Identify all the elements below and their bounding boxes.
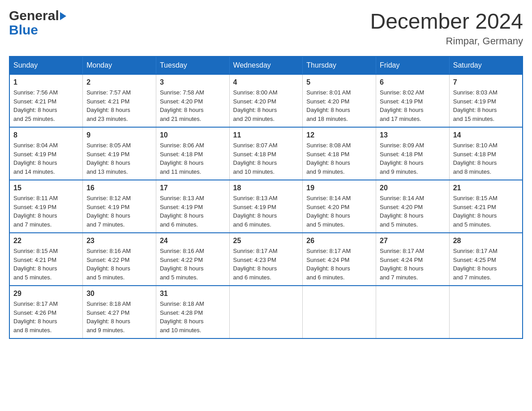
day-info: Sunrise: 8:16 AMSunset: 4:22 PMDaylight:… (160, 247, 226, 282)
day-number: 18 (233, 184, 299, 192)
calendar-cell-w5-d2: 30 Sunrise: 8:18 AMSunset: 4:27 PMDaylig… (83, 286, 156, 338)
calendar-cell-w2-d3: 10 Sunrise: 8:06 AMSunset: 4:18 PMDaylig… (156, 127, 229, 180)
weekday-header-row: Sunday Monday Tuesday Wednesday Thursday… (9, 56, 523, 74)
calendar-week-2: 8 Sunrise: 8:04 AMSunset: 4:19 PMDayligh… (9, 127, 523, 180)
calendar-cell-w3-d3: 17 Sunrise: 8:13 AMSunset: 4:19 PMDaylig… (156, 180, 229, 233)
calendar-cell-w4-d1: 22 Sunrise: 8:15 AMSunset: 4:21 PMDaylig… (9, 233, 83, 286)
day-info: Sunrise: 8:15 AMSunset: 4:21 PMDaylight:… (13, 247, 79, 282)
header-friday: Friday (376, 56, 450, 74)
day-info: Sunrise: 8:03 AMSunset: 4:19 PMDaylight:… (453, 88, 519, 123)
logo-triangle-icon (60, 12, 66, 20)
calendar-cell-w2-d2: 9 Sunrise: 8:05 AMSunset: 4:19 PMDayligh… (83, 127, 156, 180)
day-number: 27 (380, 237, 446, 245)
location-label: Rimpar, Germany (370, 35, 523, 47)
day-info: Sunrise: 8:10 AMSunset: 4:18 PMDaylight:… (453, 141, 519, 176)
day-info: Sunrise: 8:02 AMSunset: 4:19 PMDaylight:… (380, 88, 446, 123)
calendar-cell-w1-d7: 7 Sunrise: 8:03 AMSunset: 4:19 PMDayligh… (449, 74, 523, 127)
day-number: 28 (453, 237, 519, 245)
header-monday: Monday (83, 56, 156, 74)
day-number: 30 (86, 290, 152, 298)
calendar-cell-w1-d3: 3 Sunrise: 7:58 AMSunset: 4:20 PMDayligh… (156, 74, 229, 127)
calendar-cell-w2-d6: 13 Sunrise: 8:09 AMSunset: 4:18 PMDaylig… (376, 127, 450, 180)
calendar-cell-w1-d2: 2 Sunrise: 7:57 AMSunset: 4:21 PMDayligh… (83, 74, 156, 127)
day-number: 12 (306, 131, 372, 139)
day-info: Sunrise: 8:05 AMSunset: 4:19 PMDaylight:… (86, 141, 152, 176)
header-tuesday: Tuesday (156, 56, 229, 74)
day-number: 3 (160, 78, 226, 86)
month-title: December 2024 (370, 9, 523, 34)
day-info: Sunrise: 8:17 AMSunset: 4:25 PMDaylight:… (453, 247, 519, 282)
calendar-cell-w1-d6: 6 Sunrise: 8:02 AMSunset: 4:19 PMDayligh… (376, 74, 450, 127)
calendar-week-1: 1 Sunrise: 7:56 AMSunset: 4:21 PMDayligh… (9, 74, 523, 127)
calendar-cell-w5-d4 (229, 286, 303, 338)
day-info: Sunrise: 7:56 AMSunset: 4:21 PMDaylight:… (13, 88, 79, 123)
logo: General Blue (9, 9, 66, 37)
day-info: Sunrise: 7:57 AMSunset: 4:21 PMDaylight:… (86, 88, 152, 123)
day-number: 5 (306, 78, 372, 86)
logo-line1: General (9, 9, 66, 22)
page-header: General Blue December 2024 Rimpar, Germa… (9, 9, 523, 47)
calendar-cell-w5-d5 (303, 286, 376, 338)
day-info: Sunrise: 8:14 AMSunset: 4:20 PMDaylight:… (306, 194, 372, 229)
day-info: Sunrise: 8:18 AMSunset: 4:27 PMDaylight:… (86, 300, 152, 334)
day-number: 17 (160, 184, 226, 192)
title-area: December 2024 Rimpar, Germany (370, 9, 523, 47)
day-info: Sunrise: 8:17 AMSunset: 4:26 PMDaylight:… (13, 300, 79, 334)
calendar-week-4: 22 Sunrise: 8:15 AMSunset: 4:21 PMDaylig… (9, 233, 523, 286)
calendar-cell-w1-d5: 5 Sunrise: 8:01 AMSunset: 4:20 PMDayligh… (303, 74, 376, 127)
day-info: Sunrise: 8:07 AMSunset: 4:18 PMDaylight:… (233, 141, 299, 176)
day-number: 6 (380, 78, 446, 86)
calendar-cell-w4-d3: 24 Sunrise: 8:16 AMSunset: 4:22 PMDaylig… (156, 233, 229, 286)
calendar-header: Sunday Monday Tuesday Wednesday Thursday… (9, 56, 523, 74)
day-number: 19 (306, 184, 372, 192)
day-info: Sunrise: 8:13 AMSunset: 4:19 PMDaylight:… (160, 194, 226, 229)
calendar-cell-w4-d5: 26 Sunrise: 8:17 AMSunset: 4:24 PMDaylig… (303, 233, 376, 286)
calendar-cell-w4-d6: 27 Sunrise: 8:17 AMSunset: 4:24 PMDaylig… (376, 233, 450, 286)
day-number: 23 (86, 237, 152, 245)
day-info: Sunrise: 8:06 AMSunset: 4:18 PMDaylight:… (160, 141, 226, 176)
calendar-cell-w3-d5: 19 Sunrise: 8:14 AMSunset: 4:20 PMDaylig… (303, 180, 376, 233)
day-info: Sunrise: 8:04 AMSunset: 4:19 PMDaylight:… (13, 141, 79, 176)
day-number: 24 (160, 237, 226, 245)
calendar-cell-w4-d7: 28 Sunrise: 8:17 AMSunset: 4:25 PMDaylig… (449, 233, 523, 286)
day-info: Sunrise: 8:13 AMSunset: 4:19 PMDaylight:… (233, 194, 299, 229)
calendar-cell-w3-d4: 18 Sunrise: 8:13 AMSunset: 4:19 PMDaylig… (229, 180, 303, 233)
day-number: 15 (13, 184, 79, 192)
calendar-cell-w5-d7 (449, 286, 523, 338)
day-number: 2 (86, 78, 152, 86)
calendar-cell-w5-d6 (376, 286, 450, 338)
calendar-table: Sunday Monday Tuesday Wednesday Thursday… (9, 56, 523, 339)
day-number: 10 (160, 131, 226, 139)
calendar-cell-w3-d6: 20 Sunrise: 8:14 AMSunset: 4:20 PMDaylig… (376, 180, 450, 233)
calendar-cell-w1-d1: 1 Sunrise: 7:56 AMSunset: 4:21 PMDayligh… (9, 74, 83, 127)
day-info: Sunrise: 8:18 AMSunset: 4:28 PMDaylight:… (160, 300, 226, 334)
day-number: 25 (233, 237, 299, 245)
logo-line2: Blue (9, 23, 66, 37)
logo-general-text: General (9, 8, 59, 23)
day-info: Sunrise: 8:17 AMSunset: 4:23 PMDaylight:… (233, 247, 299, 282)
day-number: 11 (233, 131, 299, 139)
day-number: 20 (380, 184, 446, 192)
day-number: 16 (86, 184, 152, 192)
header-wednesday: Wednesday (229, 56, 303, 74)
day-info: Sunrise: 8:00 AMSunset: 4:20 PMDaylight:… (233, 88, 299, 123)
day-info: Sunrise: 8:16 AMSunset: 4:22 PMDaylight:… (86, 247, 152, 282)
header-sunday: Sunday (9, 56, 83, 74)
calendar-body: 1 Sunrise: 7:56 AMSunset: 4:21 PMDayligh… (9, 74, 523, 338)
calendar-cell-w3-d2: 16 Sunrise: 8:12 AMSunset: 4:19 PMDaylig… (83, 180, 156, 233)
day-info: Sunrise: 8:17 AMSunset: 4:24 PMDaylight:… (380, 247, 446, 282)
day-number: 29 (13, 290, 79, 298)
calendar-cell-w1-d4: 4 Sunrise: 8:00 AMSunset: 4:20 PMDayligh… (229, 74, 303, 127)
day-number: 8 (13, 131, 79, 139)
day-info: Sunrise: 8:08 AMSunset: 4:18 PMDaylight:… (306, 141, 372, 176)
calendar-cell-w4-d4: 25 Sunrise: 8:17 AMSunset: 4:23 PMDaylig… (229, 233, 303, 286)
day-info: Sunrise: 8:11 AMSunset: 4:19 PMDaylight:… (13, 194, 79, 229)
calendar-cell-w2-d4: 11 Sunrise: 8:07 AMSunset: 4:18 PMDaylig… (229, 127, 303, 180)
calendar-cell-w5-d3: 31 Sunrise: 8:18 AMSunset: 4:28 PMDaylig… (156, 286, 229, 338)
day-info: Sunrise: 8:01 AMSunset: 4:20 PMDaylight:… (306, 88, 372, 123)
calendar-cell-w3-d1: 15 Sunrise: 8:11 AMSunset: 4:19 PMDaylig… (9, 180, 83, 233)
day-number: 21 (453, 184, 519, 192)
day-number: 9 (86, 131, 152, 139)
calendar-cell-w5-d1: 29 Sunrise: 8:17 AMSunset: 4:26 PMDaylig… (9, 286, 83, 338)
header-thursday: Thursday (303, 56, 376, 74)
